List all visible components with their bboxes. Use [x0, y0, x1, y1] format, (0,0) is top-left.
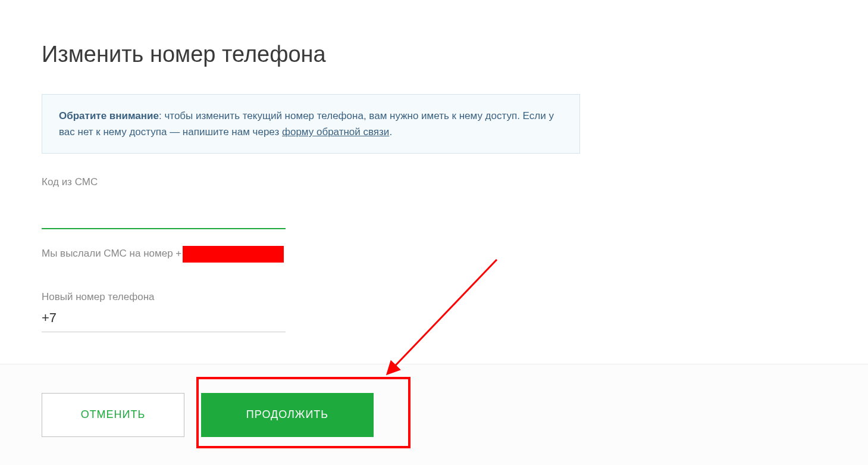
sms-input-wrapper — [42, 206, 286, 229]
new-phone-label: Новый номер телефона — [42, 291, 826, 303]
main-container: Изменить номер телефона Обратите внимани… — [0, 0, 868, 332]
redacted-phone-number — [183, 246, 284, 263]
sms-sent-text: Мы выслали СМС на номер + — [42, 248, 181, 260]
info-bold: Обратите внимание — [59, 110, 159, 121]
info-text2: . — [389, 126, 392, 138]
sms-code-label: Код из СМС — [42, 176, 826, 188]
info-notice-box: Обратите внимание: чтобы изменить текущи… — [42, 94, 580, 154]
page-title: Изменить номер телефона — [42, 42, 826, 67]
info-text: Обратите внимание: чтобы изменить текущи… — [59, 108, 563, 140]
sms-sent-row: Мы выслали СМС на номер + — [42, 246, 826, 263]
cancel-button[interactable]: ОТМЕНИТЬ — [42, 393, 184, 437]
footer-action-bar: ОТМЕНИТЬ ПРОДОЛЖИТЬ — [0, 364, 868, 465]
sms-code-section: Код из СМС Мы выслали СМС на номер + — [42, 176, 826, 263]
feedback-form-link[interactable]: форму обратной связи — [282, 126, 389, 138]
sms-code-input[interactable] — [42, 206, 286, 229]
new-phone-section: Новый номер телефона — [42, 291, 826, 332]
continue-button[interactable]: ПРОДОЛЖИТЬ — [201, 393, 374, 437]
new-phone-input[interactable] — [42, 308, 286, 332]
